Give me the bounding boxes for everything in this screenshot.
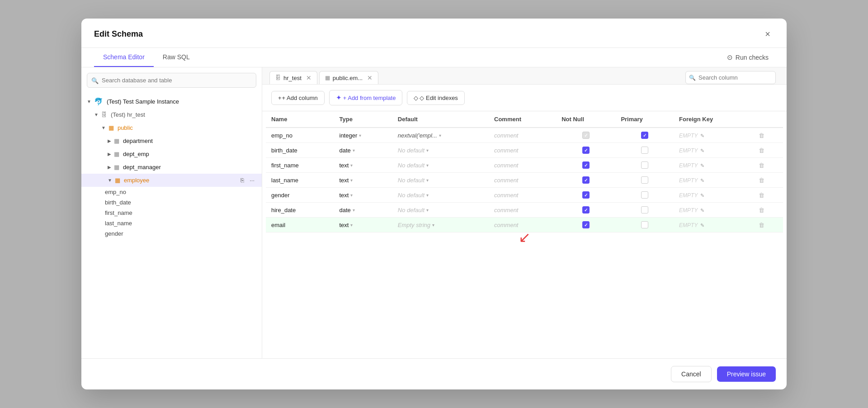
primary-checkbox[interactable] (641, 176, 648, 184)
type-chevron-icon[interactable]: ▾ (350, 223, 353, 228)
search-db-input[interactable] (87, 73, 256, 88)
tree-item-public[interactable]: ▼ ▦ public ··· (81, 121, 262, 134)
cell-delete: 🗑 (753, 203, 783, 218)
field-gender[interactable]: gender (81, 228, 262, 239)
cell-comment[interactable]: comment (489, 158, 556, 173)
primary-checkbox[interactable] (641, 161, 648, 169)
not-null-checkbox[interactable]: ✓ (582, 147, 590, 154)
tree-more-button[interactable]: ··· (248, 123, 256, 132)
not-null-checkbox[interactable]: ✓ (582, 161, 590, 169)
tree-copy-button[interactable]: ⎘ (239, 137, 246, 145)
cell-delete: 🗑 (753, 128, 783, 143)
primary-checkbox[interactable] (641, 206, 648, 213)
type-chevron-icon[interactable]: ▾ (350, 163, 353, 168)
tree-item-dept-manager[interactable]: ▶ ▦ dept_manager ⎘ ··· (81, 161, 262, 174)
cell-comment[interactable]: comment (489, 188, 556, 203)
type-chevron-icon[interactable]: ▾ (359, 133, 361, 138)
edit-fk-icon[interactable]: ✎ (700, 133, 704, 138)
preview-issue-button[interactable]: Preview issue (717, 366, 776, 382)
close-button[interactable]: × (761, 28, 774, 40)
cell-comment[interactable]: comment (489, 143, 556, 158)
type-chevron-icon[interactable]: ▾ (350, 178, 353, 183)
delete-row-icon[interactable]: 🗑 (759, 147, 764, 154)
tree-more-button[interactable]: ··· (248, 176, 256, 185)
tree-item-dept-emp[interactable]: ▶ ▦ dept_emp ⎘ ··· (81, 147, 262, 161)
tree-copy-button[interactable]: ⎘ (239, 163, 246, 171)
tree-item-employee[interactable]: ▼ ▦ employee ⎘ ··· (81, 174, 262, 187)
search-column-input[interactable] (685, 71, 776, 84)
not-null-checkbox[interactable]: ✓ (582, 132, 590, 139)
not-null-checkbox[interactable]: ✓ (582, 221, 590, 228)
default-chevron-icon[interactable]: ▾ (439, 133, 441, 138)
table-tab-hr-test[interactable]: 🗄 hr_test ✕ (269, 71, 317, 84)
tree-item-hr-test[interactable]: ▼ 🗄 (Test) hr_test ··· (81, 108, 262, 121)
add-column-button[interactable]: + + Add column (271, 91, 325, 105)
not-null-checkbox[interactable]: ✓ (582, 191, 590, 199)
tree-more-button[interactable]: ··· (248, 137, 256, 145)
default-chevron-icon[interactable]: ▾ (426, 193, 429, 198)
delete-row-icon[interactable]: 🗑 (759, 222, 764, 228)
tree-copy-button[interactable]: ⎘ (239, 176, 246, 185)
cell-primary (615, 158, 674, 173)
type-chevron-icon[interactable]: ▾ (350, 193, 353, 198)
cell-not-null: ✓ (556, 143, 615, 158)
cell-delete: 🗑 (753, 143, 783, 158)
cell-primary: ✓ (615, 128, 674, 143)
cell-fk: EMPTY ✎ (674, 203, 753, 218)
run-checks-button[interactable]: ⊙ Run checks (722, 50, 774, 65)
edit-fk-icon[interactable]: ✎ (700, 193, 704, 198)
not-null-checkbox[interactable]: ✓ (582, 206, 590, 213)
delete-row-icon[interactable]: 🗑 (759, 207, 764, 213)
field-emp-no[interactable]: emp_no (81, 187, 262, 197)
tree-more-button[interactable]: ··· (248, 163, 256, 171)
default-chevron-icon[interactable]: ▾ (426, 163, 429, 168)
tree-item-instance[interactable]: ▼ 🐬 (Test) Test Sample Instance (81, 95, 262, 108)
field-first-name[interactable]: first_name (81, 208, 262, 218)
not-null-checkbox[interactable]: ✓ (582, 176, 590, 184)
field-last-name[interactable]: last_name (81, 218, 262, 228)
schema-table: Name Type Default Comment Not Null Prima… (266, 111, 783, 232)
tab-close-button[interactable]: ✕ (306, 74, 311, 81)
default-chevron-icon[interactable]: ▾ (426, 148, 429, 153)
type-chevron-icon[interactable]: ▾ (353, 208, 355, 213)
tree-item-department[interactable]: ▶ ▦ department ⎘ ··· (81, 134, 262, 147)
tree-copy-button[interactable]: ⎘ (239, 150, 246, 158)
default-chevron-icon[interactable]: ▾ (426, 178, 429, 183)
delete-row-icon[interactable]: 🗑 (759, 132, 764, 139)
db-tab-icon: 🗄 (275, 75, 281, 81)
edit-fk-icon[interactable]: ✎ (700, 208, 704, 213)
cell-type: text ▾ (334, 158, 392, 173)
cell-comment[interactable]: comment (489, 203, 556, 218)
delete-row-icon[interactable]: 🗑 (759, 162, 764, 169)
tab-close-button[interactable]: ✕ (367, 74, 373, 81)
edit-fk-icon[interactable]: ✎ (700, 223, 704, 228)
chevron-down-icon: ▼ (94, 112, 99, 117)
default-chevron-icon[interactable]: ▾ (426, 208, 429, 213)
add-from-template-button[interactable]: ✦ + Add from template (329, 90, 403, 105)
default-chevron-icon[interactable]: ▾ (432, 223, 434, 228)
tab-raw-sql[interactable]: Raw SQL (154, 48, 199, 67)
tree-item-label: employee (124, 177, 237, 184)
table-icon: ▦ (115, 177, 120, 184)
table-tab-public-em[interactable]: ▦ public.em... ✕ (319, 71, 378, 84)
edit-fk-icon[interactable]: ✎ (700, 148, 704, 153)
cell-name: emp_no (266, 128, 334, 143)
primary-checkbox[interactable]: ✓ (641, 132, 648, 139)
primary-checkbox[interactable] (641, 191, 648, 199)
edit-indexes-button[interactable]: ◇ ◇ Edit indexes (407, 91, 464, 105)
primary-checkbox[interactable] (641, 221, 648, 228)
type-chevron-icon[interactable]: ▾ (353, 148, 355, 153)
delete-row-icon[interactable]: 🗑 (759, 192, 764, 199)
cell-comment[interactable]: comment (489, 128, 556, 143)
delete-row-icon[interactable]: 🗑 (759, 177, 764, 184)
tree-more-button[interactable]: ··· (248, 150, 256, 158)
edit-fk-icon[interactable]: ✎ (700, 163, 704, 168)
cancel-button[interactable]: Cancel (671, 366, 712, 382)
edit-fk-icon[interactable]: ✎ (700, 178, 704, 183)
field-birth-date[interactable]: birth_date (81, 197, 262, 208)
tree-more-button[interactable]: ··· (248, 110, 256, 119)
table-tab-icon: ▦ (325, 75, 330, 81)
cell-comment[interactable]: comment (489, 173, 556, 188)
primary-checkbox[interactable] (641, 147, 648, 154)
tab-schema-editor[interactable]: Schema Editor (94, 48, 154, 67)
